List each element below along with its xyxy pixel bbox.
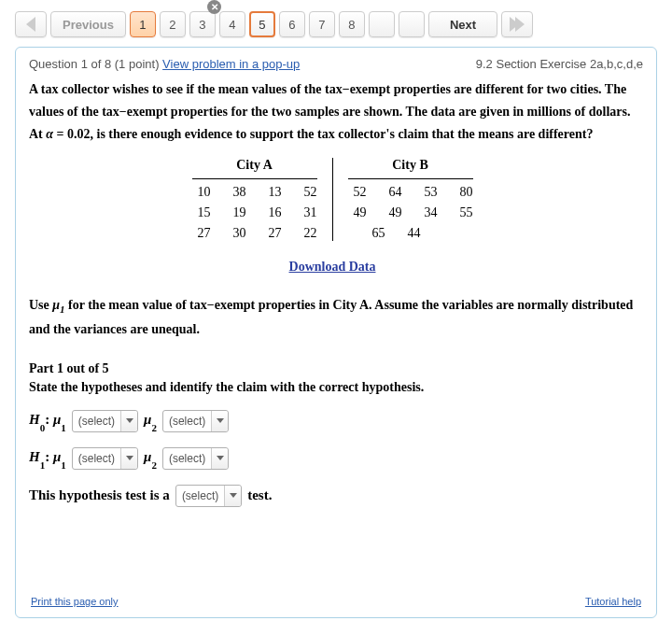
mu-symbol: μ xyxy=(52,298,60,312)
alpha-symbol: α xyxy=(46,127,53,141)
table-row: 52 64 53 80 xyxy=(348,179,473,200)
dropdown-icon xyxy=(120,448,137,469)
data-cell: 64 xyxy=(384,185,402,200)
alpha-value: = 0.02 xyxy=(53,127,90,141)
next-arrow-button[interactable] xyxy=(501,11,533,37)
data-cell: 10 xyxy=(192,185,211,200)
data-table: City A 10 38 13 52 15 19 16 31 27 xyxy=(29,158,636,241)
data-cell: 19 xyxy=(228,205,246,220)
table-row: 49 49 34 55 xyxy=(348,200,473,220)
prev-arrow-button[interactable] xyxy=(15,11,47,37)
data-cell: 52 xyxy=(348,185,367,200)
mu1-sub: 1 xyxy=(61,422,66,433)
select-label: (select) xyxy=(73,452,120,465)
h1-symbol: H xyxy=(29,449,40,464)
mu1-symbol: μ xyxy=(53,449,61,464)
select-label: (select) xyxy=(163,415,211,428)
data-cell: 31 xyxy=(299,205,317,220)
tutorial-help-link[interactable]: Tutorial help xyxy=(585,596,641,607)
h0-sub: 0 xyxy=(40,422,46,433)
h0-relation-select[interactable]: (select) xyxy=(72,410,138,432)
page-5-button[interactable]: 5 xyxy=(249,11,275,37)
data-cell: 49 xyxy=(384,205,402,220)
h0-colon: : xyxy=(45,412,53,427)
previous-button[interactable]: Previous xyxy=(50,11,126,37)
h1-line: H1: μ1 (select) μ2 (select) xyxy=(29,447,636,470)
h1-claim-select[interactable]: (select) xyxy=(162,447,229,470)
page-blank-1[interactable] xyxy=(369,11,395,37)
data-cell: 34 xyxy=(419,205,438,220)
select-label: (select) xyxy=(176,489,224,502)
page-blank-2[interactable] xyxy=(399,11,425,37)
data-cell: 16 xyxy=(263,205,282,220)
city-a-header: City A xyxy=(192,158,317,179)
download-row: Download Data xyxy=(29,260,636,275)
dropdown-icon xyxy=(211,411,228,431)
question-scroll-area[interactable]: A tax collector wishes to see if the mea… xyxy=(29,78,643,590)
instr-part2: for the mean value of tax−exempt propert… xyxy=(29,298,633,335)
table-row: 15 19 16 31 xyxy=(192,200,317,220)
question-counter: Question 1 of 8 (1 point) xyxy=(29,57,162,71)
data-cell: 22 xyxy=(299,226,317,241)
data-cell: 30 xyxy=(228,226,246,241)
page-2-button[interactable]: 2 xyxy=(160,11,186,37)
data-cell: 13 xyxy=(263,185,282,200)
question-header: Question 1 of 8 (1 point) View problem i… xyxy=(29,57,643,71)
table-row: 10 38 13 52 xyxy=(192,179,317,200)
select-label: (select) xyxy=(163,452,211,465)
data-cell: 38 xyxy=(228,185,246,200)
data-cell: 44 xyxy=(402,226,421,241)
question-counter-row: Question 1 of 8 (1 point) View problem i… xyxy=(29,57,300,71)
mu-sub1: 1 xyxy=(60,303,65,315)
test-type-select[interactable]: (select) xyxy=(175,485,242,507)
next-button[interactable]: Next xyxy=(428,11,497,37)
h1-relation-select[interactable]: (select) xyxy=(72,447,138,470)
h0-line: H0: μ1 (select) μ2 (select) xyxy=(29,410,636,432)
qtext-part2: , is there enough evidence to support th… xyxy=(91,127,594,141)
tail-after: test. xyxy=(247,487,272,503)
city-a-column: City A 10 38 13 52 15 19 16 31 27 xyxy=(177,158,333,241)
question-panel: Question 1 of 8 (1 point) View problem i… xyxy=(15,47,657,618)
page-8-button[interactable]: 8 xyxy=(339,11,365,37)
print-page-link[interactable]: Print this page only xyxy=(31,596,119,607)
h1-colon: : xyxy=(45,449,53,464)
page-3-button[interactable]: 3 xyxy=(189,11,216,37)
page-7-button[interactable]: 7 xyxy=(309,11,335,37)
section-reference: 9.2 Section Exercise 2a,b,c,d,e xyxy=(476,57,643,71)
h0-symbol: H xyxy=(29,412,40,427)
select-label: (select) xyxy=(73,415,120,428)
mu1-symbol: μ xyxy=(53,412,61,427)
page-4-button[interactable]: 4 xyxy=(219,11,245,37)
mu2-sub: 2 xyxy=(151,422,157,433)
data-cell: 65 xyxy=(367,226,385,241)
table-row: 65 44 xyxy=(348,220,473,241)
question-text: A tax collector wishes to see if the mea… xyxy=(29,78,636,145)
city-b-column: City B 52 64 53 80 49 49 34 55 65 xyxy=(333,158,488,241)
dropdown-icon xyxy=(211,448,228,469)
h1-sub: 1 xyxy=(40,459,46,471)
data-cell: 80 xyxy=(455,185,473,200)
data-cell: 15 xyxy=(192,205,211,220)
chevron-right-double-icon xyxy=(510,17,525,32)
data-cell: 49 xyxy=(348,205,367,220)
table-row: 27 30 27 22 xyxy=(192,220,317,241)
tail-before: This hypothesis test is a xyxy=(29,487,170,503)
mu2-sub: 2 xyxy=(151,459,157,471)
panel-footer: Print this page only Tutorial help xyxy=(29,590,643,607)
pager-bar: Previous 1 2 3 4 5 6 7 8 Next xyxy=(15,7,657,47)
page-1-button[interactable]: 1 xyxy=(130,11,156,37)
view-popup-link[interactable]: View problem in a pop-up xyxy=(162,57,300,71)
data-cell: 27 xyxy=(192,226,211,241)
dropdown-icon xyxy=(120,411,137,431)
instr-part1: Use xyxy=(29,298,52,312)
mu1-sub: 1 xyxy=(61,459,66,471)
download-data-link[interactable]: Download Data xyxy=(289,260,376,274)
city-b-header: City B xyxy=(348,158,473,179)
data-cell: 53 xyxy=(419,185,438,200)
chevron-left-icon xyxy=(26,17,35,32)
h0-claim-select[interactable]: (select) xyxy=(162,410,229,432)
part-text: State the hypotheses and identify the cl… xyxy=(29,380,636,395)
page-6-button[interactable]: 6 xyxy=(279,11,305,37)
instructions-text: Use μ1 for the mean value of tax−exempt … xyxy=(29,293,636,340)
close-icon[interactable]: ✕ xyxy=(207,0,221,14)
